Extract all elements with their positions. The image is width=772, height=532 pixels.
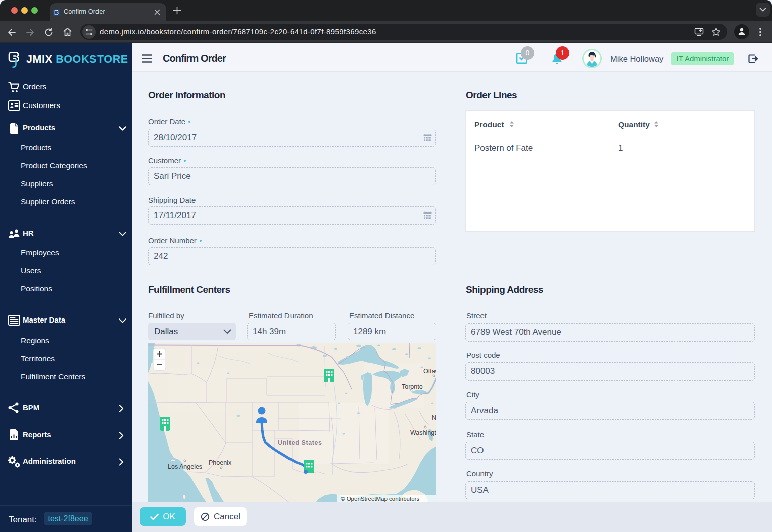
svg-text:Toronto: Toronto	[402, 383, 423, 390]
svg-text:Washington: Washington	[410, 429, 436, 436]
svg-text:Ottawa: Ottawa	[423, 368, 436, 375]
svg-text:Los Angeles: Los Angeles	[168, 463, 202, 470]
svg-text:© OpenStreetMap contributors: © OpenStreetMap contributors	[341, 496, 419, 502]
svg-text:Phoenix: Phoenix	[209, 459, 232, 466]
svg-text:New York: New York	[432, 414, 436, 421]
svg-text:United States: United States	[278, 439, 322, 446]
